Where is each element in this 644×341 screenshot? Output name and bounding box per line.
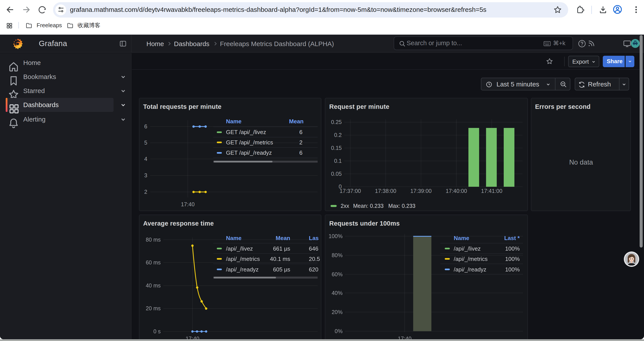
svg-text:20%: 20%: [332, 309, 342, 315]
svg-text:17:40: 17:40: [180, 201, 194, 207]
svg-text:Name: Name: [226, 118, 241, 124]
svg-text:80 ms: 80 ms: [146, 236, 160, 242]
svg-text:40 ms: 40 ms: [146, 282, 160, 288]
svg-text:0.1: 0.1: [334, 158, 342, 164]
svg-text:Max: 0.233: Max: 0.233: [388, 203, 416, 209]
svg-text:6: 6: [299, 129, 302, 135]
svg-text:20 ms: 20 ms: [146, 305, 160, 311]
svg-text:2xx: 2xx: [341, 203, 349, 209]
svg-text:17:40: 17:40: [398, 335, 412, 339]
svg-text:60%: 60%: [332, 271, 342, 277]
svg-text:80%: 80%: [332, 252, 342, 258]
svg-text:100%: 100%: [328, 233, 342, 239]
svg-text:0.2: 0.2: [334, 132, 342, 138]
svg-text:17:40:00: 17:40:00: [446, 188, 467, 194]
svg-text:17:38:00: 17:38:00: [375, 188, 396, 194]
svg-text:0.15: 0.15: [331, 145, 342, 151]
svg-text:GET /api/_/metrics: GET /api/_/metrics: [226, 139, 273, 146]
svg-text:17:39:00: 17:39:00: [410, 188, 432, 194]
svg-text:Las: Las: [309, 235, 318, 241]
svg-text:/api/_/metrics: /api/_/metrics: [454, 255, 488, 262]
svg-text:40.1 ms: 40.1 ms: [270, 255, 290, 262]
svg-text:3: 3: [144, 172, 147, 178]
svg-text:Mean: Mean: [276, 235, 290, 241]
svg-text:0.05: 0.05: [331, 171, 342, 177]
svg-text:661 µs: 661 µs: [273, 245, 290, 252]
svg-text:Mean: Mean: [289, 118, 303, 124]
svg-text:Mean: 0.233: Mean: 0.233: [353, 203, 384, 209]
svg-text:/api/_/metrics: /api/_/metrics: [226, 255, 260, 262]
svg-text:605 µs: 605 µs: [273, 266, 290, 272]
svg-text:60 ms: 60 ms: [146, 259, 160, 265]
svg-text:100%: 100%: [505, 266, 520, 272]
svg-text:20.5 m: 20.5 m: [309, 255, 321, 262]
svg-text:100%: 100%: [505, 255, 520, 262]
svg-text:17:37:00: 17:37:00: [340, 188, 361, 194]
svg-text:620: 620: [309, 266, 318, 272]
svg-text:GET /api/_/livez: GET /api/_/livez: [226, 129, 266, 135]
svg-text:/api/_/readyz: /api/_/readyz: [226, 266, 258, 272]
svg-text:17:40: 17:40: [186, 335, 199, 339]
svg-text:0 s: 0 s: [153, 328, 160, 334]
svg-text:/api/_/livez: /api/_/livez: [226, 245, 253, 252]
svg-text:4: 4: [144, 156, 147, 162]
svg-text:100%: 100%: [505, 245, 520, 252]
svg-text:2: 2: [144, 188, 147, 195]
svg-text:/api/_/readyz: /api/_/readyz: [454, 266, 486, 272]
svg-text:0.25: 0.25: [331, 119, 342, 125]
svg-text:0%: 0%: [335, 328, 342, 334]
svg-text:Name: Name: [226, 235, 241, 241]
svg-text:GET /api/_/readyz: GET /api/_/readyz: [226, 149, 272, 156]
svg-text:17:41:00: 17:41:00: [481, 188, 502, 194]
svg-text:646: 646: [309, 245, 318, 252]
svg-text:40%: 40%: [332, 290, 342, 296]
svg-text:6: 6: [144, 123, 147, 129]
svg-text:Last *: Last *: [504, 235, 520, 241]
svg-text:2: 2: [299, 139, 302, 146]
svg-text:/api/_/livez: /api/_/livez: [454, 245, 481, 252]
svg-text:Name: Name: [454, 235, 469, 241]
svg-text:5: 5: [144, 139, 147, 146]
svg-text:6: 6: [299, 149, 302, 156]
